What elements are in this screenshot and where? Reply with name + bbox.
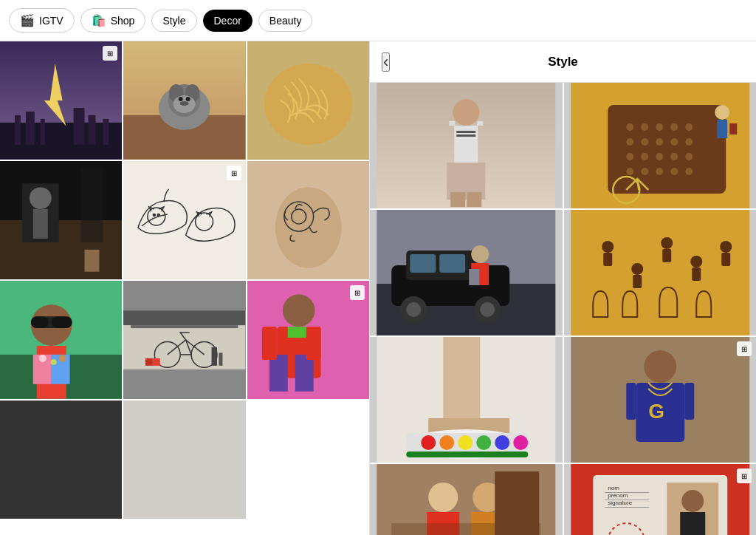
svg-point-30	[154, 214, 156, 217]
multi-post-icon-8: ⊞	[737, 468, 752, 483]
left-grid-item-10[interactable]: ⊞	[247, 281, 369, 399]
svg-point-99	[685, 168, 693, 175]
svg-point-91	[641, 153, 648, 160]
right-grid-item-6[interactable]: G ⊞	[564, 337, 757, 463]
svg-point-96	[641, 168, 648, 175]
svg-rect-51	[131, 325, 238, 328]
right-grid-item-5[interactable]	[370, 337, 563, 463]
svg-rect-112	[410, 254, 436, 273]
svg-rect-123	[662, 249, 671, 262]
svg-rect-4	[26, 112, 35, 145]
image-right-5	[370, 337, 563, 463]
svg-point-48	[59, 355, 66, 362]
svg-point-46	[39, 355, 47, 362]
svg-rect-50	[123, 310, 245, 325]
nav-decor[interactable]: Decor	[203, 10, 252, 32]
svg-point-138	[513, 435, 528, 450]
svg-point-137	[495, 435, 509, 450]
svg-rect-72	[456, 134, 475, 137]
image-right-6: G	[564, 337, 757, 463]
right-grid-item-1[interactable]	[370, 83, 563, 208]
image-left-7	[0, 281, 122, 399]
igtv-icon: 🎬	[20, 13, 35, 27]
svg-text:prénom: prénom	[608, 492, 628, 499]
right-grid-item-4[interactable]	[564, 210, 757, 335]
svg-rect-152	[495, 471, 539, 535]
svg-point-69	[453, 99, 479, 126]
svg-point-93	[670, 153, 678, 160]
svg-point-135	[458, 435, 472, 450]
svg-point-94	[685, 153, 693, 160]
svg-rect-3	[15, 115, 21, 145]
svg-rect-57	[219, 352, 223, 365]
svg-point-98	[670, 168, 678, 175]
svg-rect-119	[603, 253, 612, 266]
left-grid-item-3[interactable]	[247, 41, 369, 160]
svg-rect-75	[477, 121, 483, 126]
svg-rect-63	[295, 355, 313, 392]
svg-point-85	[626, 138, 633, 146]
left-grid-item-1[interactable]: ⊞	[0, 41, 122, 160]
svg-rect-22	[0, 220, 122, 279]
svg-point-86	[641, 138, 648, 146]
svg-point-114	[471, 245, 489, 263]
nav-igtv-label: IGTV	[39, 15, 63, 27]
svg-rect-42	[52, 316, 72, 328]
image-right-3	[370, 210, 563, 335]
svg-rect-8	[103, 119, 109, 145]
svg-rect-160	[605, 500, 649, 500]
image-left-3	[247, 41, 369, 160]
svg-point-134	[439, 435, 454, 450]
right-grid-item-3[interactable]	[370, 210, 563, 335]
left-grid-item-8[interactable]	[123, 281, 245, 399]
left-grid-item-11[interactable]	[0, 401, 122, 519]
svg-rect-161	[605, 507, 649, 508]
svg-rect-67	[123, 401, 245, 518]
shop-icon: 🛍️	[92, 13, 106, 27]
left-grid-item-7[interactable]	[0, 281, 122, 399]
svg-rect-101	[717, 120, 727, 138]
left-grid-item-5[interactable]: ⊞	[123, 161, 245, 279]
back-button[interactable]: ‹	[382, 52, 390, 72]
image-right-8: nom prénom signature 505908 N° à reporte…	[564, 464, 757, 535]
svg-point-111	[480, 302, 495, 317]
svg-rect-27	[85, 250, 100, 272]
left-panel: ⊞	[0, 41, 369, 535]
left-grid-item-6[interactable]	[247, 161, 369, 279]
nav-igtv[interactable]: 🎬 IGTV	[9, 8, 75, 33]
svg-point-95	[626, 168, 633, 175]
svg-point-133	[421, 435, 436, 450]
svg-point-82	[656, 123, 663, 131]
nav-shop[interactable]: 🛍️ Shop	[80, 8, 146, 33]
svg-rect-25	[33, 209, 48, 239]
multi-post-icon-1: ⊞	[103, 46, 117, 61]
left-grid-item-2[interactable]	[123, 41, 245, 160]
svg-point-100	[715, 105, 729, 120]
svg-point-136	[476, 435, 491, 450]
svg-point-118	[602, 241, 614, 253]
svg-rect-164	[680, 512, 705, 535]
svg-rect-65	[306, 327, 320, 360]
svg-point-147	[428, 483, 458, 512]
image-left-11	[0, 401, 122, 519]
left-grid-item-4[interactable]	[0, 161, 122, 279]
svg-rect-66	[0, 401, 122, 518]
svg-text:G: G	[648, 400, 664, 423]
left-grid-item-12[interactable]	[123, 401, 245, 519]
svg-point-47	[51, 359, 57, 365]
right-grid-item-7[interactable]	[370, 464, 563, 535]
svg-point-18	[180, 101, 189, 106]
svg-rect-54	[145, 358, 153, 366]
nav-beauty[interactable]: Beauty	[258, 10, 313, 32]
svg-rect-6	[74, 108, 85, 145]
nav-style[interactable]: Style	[151, 10, 196, 32]
right-grid-item-8[interactable]: nom prénom signature 505908 N° à reporte…	[564, 464, 757, 535]
image-left-6	[247, 161, 369, 279]
image-left-8	[123, 281, 245, 399]
svg-point-31	[158, 214, 160, 217]
right-grid-item-2[interactable]	[564, 83, 757, 208]
svg-point-87	[656, 138, 663, 146]
right-panel-title: Style	[548, 55, 578, 69]
top-nav: 🎬 IGTV 🛍️ Shop Style Decor Beauty	[0, 0, 756, 41]
svg-rect-145	[684, 383, 694, 420]
